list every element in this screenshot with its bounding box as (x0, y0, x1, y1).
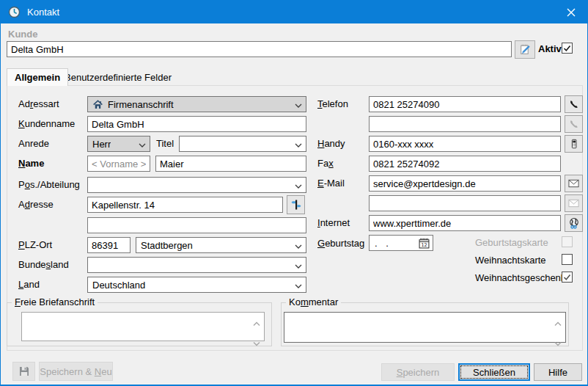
adressart-label: Adressart (18, 98, 59, 110)
titel-label: Titel (156, 138, 174, 150)
chevron-down-icon (295, 99, 302, 110)
kunde-label: Kunde (8, 29, 37, 40)
scroll-up-icon[interactable] (252, 316, 261, 329)
tab-allgemein[interactable]: Allgemein (7, 68, 68, 86)
internet-input[interactable] (369, 215, 561, 231)
kommentar-legend: Kommentar (286, 296, 341, 307)
weihnachtsgeschenk-label: Weihnachtsgeschenk (475, 272, 565, 284)
house-icon (92, 99, 103, 110)
scroll-down-icon[interactable] (554, 336, 562, 349)
handy-dial-button[interactable] (565, 135, 583, 153)
adressart-select[interactable]: Firmenanschrift (87, 96, 306, 112)
calendar-icon[interactable]: 12 (419, 238, 430, 249)
bundesland-select[interactable] (87, 257, 306, 273)
handy-input[interactable] (369, 136, 561, 152)
kommentar-textarea[interactable] (284, 312, 566, 343)
briefanschrift-group: Freie Briefanschrift (7, 302, 272, 346)
email-send-button[interactable] (565, 175, 583, 192)
email2-input[interactable] (369, 195, 561, 211)
adresse-label: Adresse (18, 199, 54, 211)
close-icon (567, 8, 576, 17)
pos-abteilung-select[interactable] (87, 177, 306, 193)
kontakt-dialog: Kontakt Kunde (0, 0, 588, 386)
chevron-down-icon (295, 240, 302, 251)
email-label: E-Mail (317, 178, 345, 189)
weihnachtskarte-label: Weihnachtskarte (475, 255, 546, 266)
check-icon (563, 273, 571, 281)
pos-abteilung-label: Pos./Abteilung (18, 179, 80, 191)
svg-text:12: 12 (421, 242, 427, 248)
chevron-down-icon (295, 180, 302, 191)
phone-icon (569, 119, 579, 129)
envelope-icon (568, 179, 579, 188)
save-floppy-icon (18, 365, 30, 377)
anrede-select[interactable]: Herr (87, 136, 150, 152)
window-title: Kontakt (27, 7, 554, 18)
name-label: Name (18, 158, 44, 170)
hilfe-button[interactable]: Hilfe (534, 363, 582, 381)
titlebar[interactable]: Kontakt (1, 1, 587, 23)
telefon2-dial-button[interactable] (565, 115, 583, 133)
tab-benutzerdefinierte-felder[interactable]: Benutzerdefinierte Felder (57, 69, 179, 85)
save-icon-button[interactable] (12, 362, 35, 381)
briefanschrift-legend: Freie Briefanschrift (12, 296, 98, 307)
chevron-down-icon (295, 139, 302, 150)
scroll-up-icon[interactable] (554, 316, 562, 329)
signpost-icon (290, 199, 302, 211)
mobile-phone-icon (569, 139, 579, 149)
handy-label: Handy (317, 138, 345, 150)
geburtstag-label: Geburtstag (317, 238, 364, 250)
email2-send-button[interactable] (565, 194, 583, 212)
chevron-down-icon (295, 260, 302, 271)
adresse-zusatz-input[interactable] (87, 217, 306, 233)
briefanschrift-textarea[interactable] (21, 312, 265, 341)
kundenname-label: Kundenname (18, 118, 75, 130)
envelope-icon (568, 199, 579, 208)
telefon-label: Telefon (317, 98, 348, 110)
scroll-down-icon[interactable] (252, 336, 261, 349)
check-icon (563, 44, 571, 52)
app-clock-icon (8, 6, 21, 18)
kundenname-input[interactable] (87, 116, 306, 132)
plz-ort-label: PLZ-Ort (18, 239, 52, 251)
globe-link-icon (568, 217, 580, 229)
telefon-dial-button[interactable] (565, 95, 583, 113)
adresse-route-button[interactable] (287, 195, 305, 214)
weihnachtskarte-checkbox[interactable] (562, 254, 573, 265)
email-input[interactable] (369, 175, 561, 192)
land-label: Land (18, 279, 40, 291)
weihnachtsgeschenk-checkbox[interactable] (562, 272, 573, 283)
geburtstagskarte-label: Geburtstagskarte (475, 237, 548, 249)
telefon-input[interactable] (369, 96, 561, 112)
edit-note-icon (519, 43, 532, 56)
aktiv-label: Aktiv (538, 43, 562, 55)
kunde-edit-button[interactable] (515, 40, 535, 59)
chevron-down-icon (139, 139, 146, 150)
close-button[interactable] (554, 1, 587, 23)
nachname-input[interactable] (155, 156, 306, 172)
geburtstagskarte-checkbox[interactable] (562, 236, 573, 247)
internet-label: Internet (317, 217, 350, 229)
adresse-input[interactable] (87, 197, 283, 213)
chevron-down-icon (295, 280, 302, 291)
land-select[interactable]: Deutschland (87, 277, 306, 293)
ort-select[interactable]: Stadtbergen (136, 237, 306, 253)
bundesland-label: Bundesland (18, 259, 69, 271)
kunde-input[interactable] (7, 41, 512, 57)
titel-select[interactable] (179, 136, 306, 152)
fax-label: Fax (317, 158, 334, 170)
schliessen-button[interactable]: Schließen (458, 363, 530, 381)
speichern-button[interactable]: Speichern (381, 363, 455, 381)
internet-open-button[interactable] (565, 214, 583, 232)
telefon2-input[interactable] (369, 116, 561, 132)
aktiv-checkbox[interactable] (562, 43, 573, 54)
anrede-label: Anrede (18, 138, 49, 150)
speichern-neu-button[interactable]: Speichern & Neu (39, 362, 113, 381)
vorname-input[interactable] (87, 156, 150, 172)
plz-input[interactable] (87, 237, 131, 253)
kommentar-group: Kommentar (281, 302, 569, 346)
phone-icon (569, 99, 579, 109)
fax-input[interactable] (369, 156, 561, 172)
geburtstag-date-input[interactable]: . . 12 (369, 235, 433, 251)
